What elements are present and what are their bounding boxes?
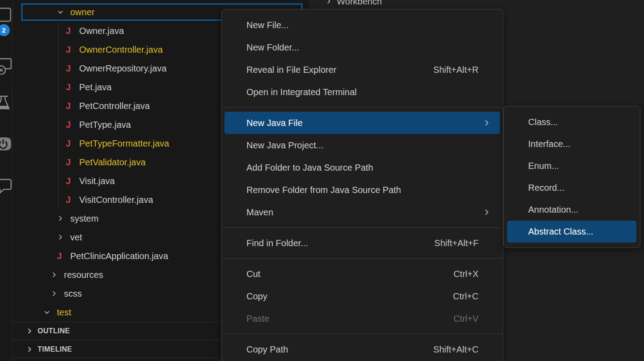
menu-item-shortcut: Ctrl+X — [453, 269, 479, 279]
menu-item-label: Paste — [246, 314, 269, 324]
menu-item-open-in-integrated-terminal[interactable]: Open in Integrated Terminal — [225, 81, 500, 103]
java-file-icon: J — [57, 251, 70, 261]
remote-explorer-icon[interactable] — [0, 57, 12, 75]
tree-item-label: owner — [70, 7, 94, 17]
java-file-icon: J — [66, 26, 79, 36]
tree-item-label: Visit.java — [79, 176, 115, 186]
chevron-right-icon — [26, 327, 38, 335]
menu-item-shortcut: Shift+Alt+F — [434, 238, 479, 248]
chevron-down-icon — [57, 8, 70, 16]
test-flask-icon[interactable] — [0, 94, 12, 112]
menu-item-label: Add Folder to Java Source Path — [246, 163, 373, 173]
submenu-item-label: Interface... — [528, 139, 571, 149]
java-file-icon: J — [66, 63, 79, 74]
java-file-icon: J — [66, 120, 79, 130]
java-file-icon: J — [66, 139, 79, 149]
menu-item-find-in-folder[interactable]: Find in Folder...Shift+Alt+F — [225, 232, 500, 254]
submenu-item-interface[interactable]: Interface... — [507, 133, 636, 155]
tree-item-label: OwnerRepository.java — [79, 63, 166, 74]
chevron-right-icon — [51, 271, 64, 278]
tree-item-label: Pet.java — [79, 82, 111, 92]
menu-item-reveal-in-file-explorer[interactable]: Reveal in File ExplorerShift+Alt+R — [225, 59, 500, 81]
submenu-item-class[interactable]: Class... — [507, 111, 636, 133]
menu-item-cut[interactable]: CutCtrl+X — [225, 263, 500, 285]
java-file-icon: J — [66, 195, 79, 205]
editor-window-icon[interactable] — [0, 6, 12, 24]
menu-item-label: Cut — [246, 269, 260, 279]
tree-item-label: VisitController.java — [79, 195, 153, 205]
section-label: OUTLINE — [38, 327, 70, 335]
menu-item-label: Maven — [246, 207, 273, 218]
tree-item-label: system — [70, 214, 98, 224]
java-file-icon: J — [66, 157, 79, 168]
tree-item-label: test — [57, 307, 71, 318]
chat-icon[interactable] — [0, 176, 12, 194]
submenu-item-abstract-class[interactable]: Abstract Class... — [507, 221, 636, 243]
section-label: TIMELINE — [38, 345, 72, 353]
menu-item-shortcut: Shift+Alt+R — [433, 65, 479, 75]
submenu-item-label: Class... — [528, 117, 558, 127]
tree-item-label: vet — [70, 232, 82, 243]
tree-item-label: OwnerController.java — [79, 45, 163, 55]
menu-item-new-folder[interactable]: New Folder... — [225, 36, 500, 59]
tree-item-label: PetController.java — [79, 101, 150, 111]
chevron-right-icon — [483, 209, 490, 216]
submenu-item-enum[interactable]: Enum... — [507, 155, 636, 177]
menu-item-label: New Java File — [246, 118, 303, 128]
tree-item-label: scss — [64, 289, 82, 299]
spring-boot-dashboard-icon[interactable] — [0, 135, 12, 153]
chevron-right-icon — [57, 215, 70, 222]
settings-tree-item-workbench[interactable]: Workbench — [325, 0, 382, 9]
menu-item-maven[interactable]: Maven — [225, 201, 500, 223]
submenu-item-label: Annotation... — [528, 205, 578, 215]
breadcrumb-label: Workbench — [337, 0, 382, 7]
menu-item-label: Open in Integrated Terminal — [246, 87, 356, 97]
menu-item-label: New Folder... — [246, 42, 299, 53]
menu-item-label: Reveal in File Explorer — [246, 65, 336, 75]
chevron-right-icon — [51, 290, 64, 297]
tree-item-label: resources — [64, 270, 103, 280]
menu-item-remove-folder-from-java-source-path[interactable]: Remove Folder from Java Source Path — [225, 179, 500, 201]
menu-separator — [222, 258, 502, 259]
menu-item-label: New Java Project... — [246, 140, 323, 151]
java-file-icon: J — [66, 45, 79, 55]
tree-item-label: PetClinicApplication.java — [70, 251, 168, 261]
activity-badge: 2 — [0, 24, 10, 36]
menu-separator — [222, 227, 502, 228]
menu-item-label: Copy Path — [246, 344, 288, 355]
menu-item-new-java-file[interactable]: New Java File — [225, 112, 500, 134]
tree-item-label: Owner.java — [79, 26, 124, 36]
new-java-file-submenu: Class...Interface...Enum...Record...Anno… — [503, 106, 640, 248]
submenu-item-label: Record... — [528, 183, 564, 193]
explorer-context-menu: New File...New Folder...Reveal in File E… — [221, 9, 503, 361]
java-file-icon: J — [66, 101, 79, 111]
menu-separator — [222, 107, 502, 108]
menu-item-label: Remove Folder from Java Source Path — [246, 185, 401, 195]
java-file-icon: J — [66, 176, 79, 186]
chevron-right-icon — [483, 119, 490, 126]
submenu-item-label: Abstract Class... — [528, 227, 593, 237]
menu-item-new-java-project[interactable]: New Java Project... — [225, 134, 500, 156]
menu-item-copy[interactable]: CopyCtrl+C — [225, 285, 500, 307]
menu-item-copy-path[interactable]: Copy PathShift+Alt+C — [225, 338, 500, 361]
activity-bar: 2 — [0, 0, 13, 361]
menu-item-label: New File... — [246, 20, 288, 30]
tree-item-label: PetType.java — [79, 120, 131, 130]
chevron-down-icon — [43, 309, 57, 316]
menu-item-label: Find in Folder... — [246, 238, 308, 248]
submenu-item-record[interactable]: Record... — [507, 177, 636, 199]
submenu-item-annotation[interactable]: Annotation... — [507, 199, 636, 221]
menu-item-shortcut: Ctrl+C — [453, 291, 479, 302]
chevron-right-icon — [57, 234, 70, 241]
tree-item-label: PetTypeFormatter.java — [79, 139, 169, 149]
menu-item-add-folder-to-java-source-path[interactable]: Add Folder to Java Source Path — [225, 156, 500, 179]
menu-item-paste[interactable]: PasteCtrl+V — [225, 307, 500, 330]
menu-item-new-file[interactable]: New File... — [225, 14, 500, 36]
menu-item-label: Copy — [246, 291, 267, 302]
submenu-item-label: Enum... — [528, 161, 559, 171]
chevron-right-icon — [26, 346, 38, 353]
menu-separator — [222, 334, 502, 334]
menu-item-shortcut: Shift+Alt+C — [433, 344, 479, 355]
menu-item-shortcut: Ctrl+V — [453, 314, 479, 324]
java-file-icon: J — [66, 82, 79, 92]
